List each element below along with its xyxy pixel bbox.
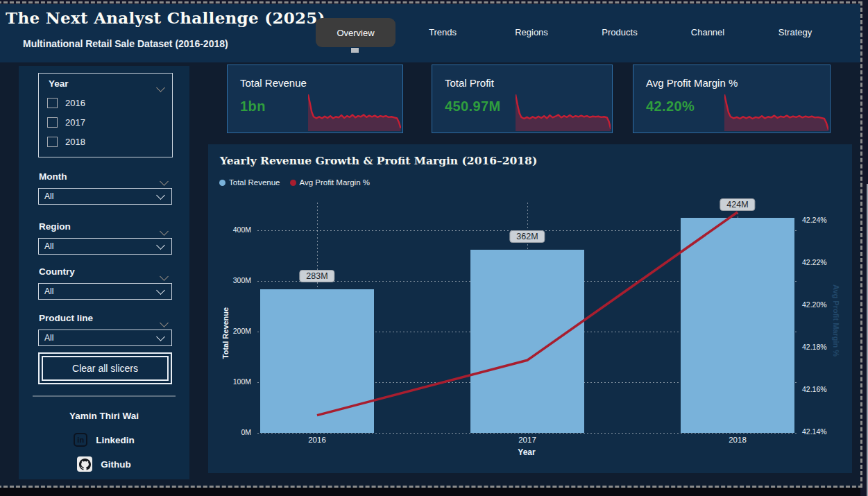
chevron-down-icon[interactable] (161, 270, 167, 282)
tab-products[interactable]: Products (602, 27, 637, 37)
tab-trends[interactable]: Trends (429, 27, 457, 37)
year-option-label: 2017 (65, 117, 85, 128)
page-title: The Next Analyst Challenge (2025) (6, 8, 325, 27)
chevron-down-icon[interactable] (161, 316, 167, 329)
kpi-value: 42.20% (646, 99, 695, 114)
y-axis-right-title: Avg Profit Margin % (832, 284, 840, 357)
combo-chart-panel: Yearly Revenue Growth & Profit Margin (2… (208, 144, 852, 473)
page-subtitle: Multinational Retail Sale Dataset (2016-… (23, 38, 228, 49)
year-slicer-label: Year (49, 78, 69, 89)
clear-all-slicers-label: Clear all slicers (42, 356, 169, 381)
linkedin-link[interactable]: inLinkedin (19, 431, 189, 448)
github-link[interactable]: Github (19, 456, 189, 472)
chevron-down-icon (156, 191, 165, 200)
tab-channel[interactable]: Channel (691, 27, 724, 37)
chevron-down-icon[interactable] (158, 81, 164, 94)
tab-overview[interactable]: Overview (316, 18, 395, 47)
chevron-down-icon[interactable] (161, 175, 167, 187)
kpi-value: 1bn (240, 99, 266, 114)
kpi-sparkline (516, 93, 611, 131)
kpi-value: 450.97M (445, 99, 501, 114)
bar-2017[interactable] (470, 250, 584, 433)
dropdown-selected-value: All (44, 333, 158, 343)
legend-label: Avg Profit Margin % (300, 178, 370, 187)
month-dropdown[interactable]: All (38, 188, 172, 205)
region-slicer-label: Region (39, 221, 71, 232)
region-dropdown[interactable]: All (38, 238, 172, 255)
checkbox-2018[interactable] (47, 137, 58, 147)
kpi-sparkline (308, 93, 401, 131)
country-dropdown[interactable]: All (38, 283, 172, 300)
y-left-tick: 400M (208, 225, 251, 234)
x-axis-title: Year (518, 447, 535, 457)
checkbox-2017[interactable] (47, 117, 58, 128)
month-slicer-label: Month (39, 171, 67, 182)
chevron-down-icon[interactable] (161, 225, 167, 237)
bar-2016[interactable] (260, 289, 374, 433)
y-right-tick: 42.24% (802, 216, 827, 224)
product-line-dropdown[interactable]: All (38, 330, 172, 346)
header: The Next Analyst Challenge (2025) Multin… (0, 4, 860, 62)
linkedin-icon: in (74, 433, 87, 447)
bar-data-label: 424M (720, 198, 755, 211)
x-tick-2018: 2018 (729, 436, 747, 444)
legend-dot (290, 180, 296, 186)
chart-legend: Total RevenueAvg Profit Margin % (219, 178, 370, 187)
checkbox-2016[interactable] (47, 98, 58, 108)
clear-all-slicers-button[interactable]: Clear all slicers (38, 352, 172, 384)
year-option-2016[interactable]: 2016 (47, 96, 85, 110)
year-option-label: 2018 (65, 137, 85, 147)
legend-item-total-revenue: Total Revenue (219, 178, 280, 187)
dropdown-selected-value: All (44, 191, 158, 201)
bottom-margin (0, 488, 860, 496)
legend-dot (219, 180, 225, 186)
slicer-sidebar: Year 201620172018 MonthAllRegionAllCount… (19, 66, 189, 479)
link-label: Linkedin (96, 435, 135, 445)
bar-2018[interactable] (681, 218, 794, 433)
legend-item-avg-profit-margin-: Avg Profit Margin % (290, 178, 370, 187)
dashboard-page: The Next Analyst Challenge (2025) Multin… (0, 0, 868, 496)
y-right-tick: 42.14% (802, 427, 827, 436)
author-name: Yamin Thiri Wai (19, 411, 189, 421)
y-right-tick: 42.18% (802, 343, 827, 351)
kpi-title: Total Revenue (240, 77, 307, 89)
y-left-tick: 100M (208, 377, 251, 386)
year-slicer: Year 201620172018 (38, 73, 173, 157)
kpi-title: Total Profit (445, 77, 494, 89)
x-tick-2017: 2017 (518, 436, 536, 444)
year-option-2017[interactable]: 2017 (47, 115, 85, 129)
bar-data-label: 362M (509, 230, 545, 243)
chevron-down-icon (156, 286, 165, 295)
active-tab-indicator (351, 48, 359, 53)
kpi-sparkline (724, 93, 828, 131)
x-tick-2016: 2016 (308, 436, 326, 444)
legend-label: Total Revenue (229, 178, 280, 187)
chevron-down-icon (156, 241, 165, 250)
github-icon (77, 456, 92, 472)
product-line-slicer-label: Product line (39, 313, 93, 323)
bar-data-label: 283M (299, 270, 334, 282)
country-slicer-label: Country (39, 266, 75, 277)
y-left-tick: 0M (208, 428, 251, 436)
kpi-card-total-profit: Total Profit450.97M (432, 65, 613, 133)
chart-title: Yearly Revenue Growth & Profit Margin (2… (220, 154, 537, 167)
link-label: Github (101, 459, 131, 470)
y-right-tick: 42.16% (802, 385, 827, 393)
y-left-tick: 300M (208, 276, 251, 284)
dropdown-selected-value: All (44, 241, 158, 251)
kpi-card-avg-profit-margin-: Avg Profit Margin %42.20% (633, 65, 831, 133)
y-left-tick: 200M (208, 327, 251, 335)
y-right-tick: 42.20% (802, 300, 827, 309)
sidebar-divider (33, 395, 176, 397)
kpi-title: Avg Profit Margin % (646, 77, 738, 89)
tab-regions[interactable]: Regions (515, 27, 548, 37)
year-option-label: 2016 (65, 98, 85, 108)
y-right-tick: 42.22% (802, 258, 827, 266)
tab-strategy[interactable]: Strategy (778, 27, 812, 37)
kpi-card-total-revenue: Total Revenue1bn (227, 65, 403, 133)
dropdown-selected-value: All (44, 287, 158, 296)
chevron-down-icon (156, 332, 165, 341)
year-option-2018[interactable]: 2018 (47, 135, 85, 148)
